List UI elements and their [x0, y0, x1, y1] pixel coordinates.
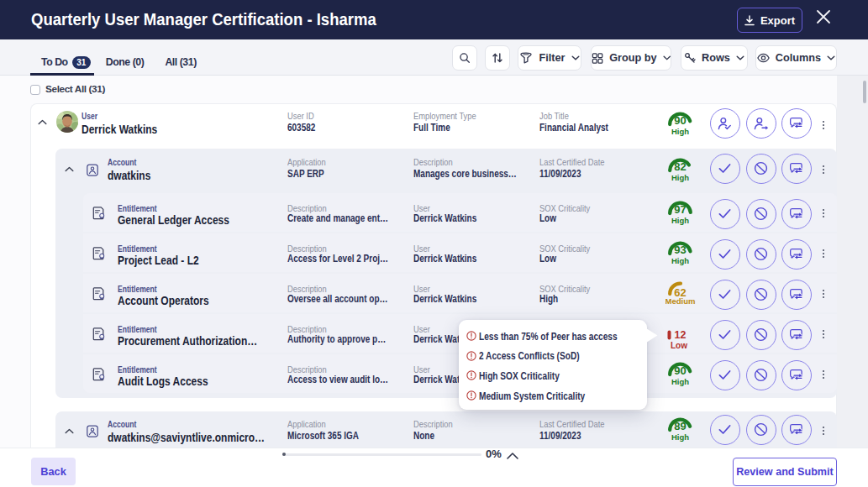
- svg-text:High: High: [671, 216, 689, 225]
- svg-text:High: High: [671, 432, 689, 442]
- svg-text:High: High: [671, 377, 689, 386]
- svg-text:Low: Low: [671, 341, 687, 350]
- svg-text:82: 82: [674, 160, 686, 173]
- svg-text:High: High: [671, 173, 689, 182]
- svg-text:97: 97: [674, 203, 686, 216]
- svg-text:High: High: [671, 256, 689, 265]
- svg-text:89: 89: [674, 420, 686, 432]
- svg-text:90: 90: [674, 364, 686, 377]
- svg-text:90: 90: [674, 114, 686, 127]
- svg-text:93: 93: [674, 244, 686, 256]
- svg-text:12: 12: [675, 329, 687, 341]
- svg-text:Medium: Medium: [665, 296, 695, 306]
- svg-text:High: High: [671, 127, 689, 136]
